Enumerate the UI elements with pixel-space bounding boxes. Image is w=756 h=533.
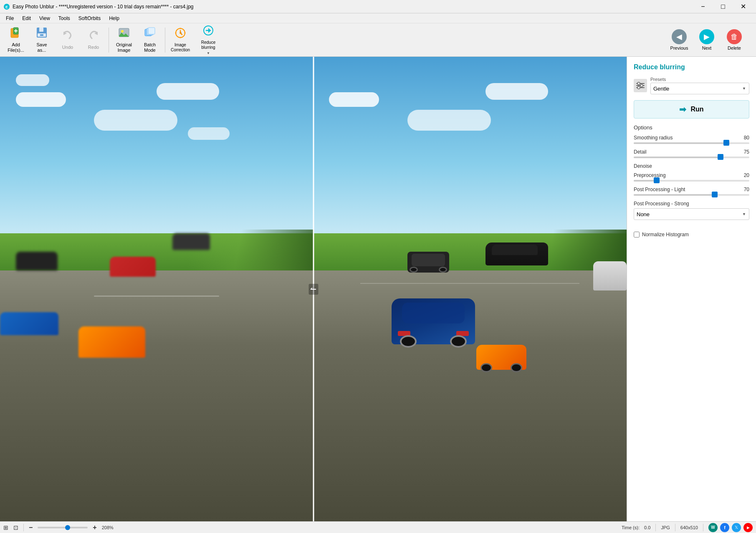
undo-button[interactable]: Undo — [55, 25, 80, 55]
website-icon[interactable]: W — [708, 523, 718, 532]
undo-label: Undo — [62, 45, 73, 50]
maximize-button[interactable]: □ — [713, 0, 733, 13]
previous-button[interactable]: ◀ Previous — [666, 25, 693, 55]
track-line-r — [360, 283, 579, 284]
post-strong-param: Post Processing - Strong None Light Medi… — [634, 201, 749, 225]
close-button[interactable]: ✕ — [733, 0, 753, 13]
presets-label: Presets — [650, 77, 749, 82]
previous-label: Previous — [670, 45, 688, 51]
batch-mode-button[interactable]: BatchMode — [137, 25, 162, 55]
svg-point-19 — [180, 28, 181, 29]
window-controls[interactable]: − □ ✕ — [693, 0, 753, 13]
post-strong-dropdown-wrapper[interactable]: None Light Medium Strong — [634, 208, 749, 220]
detail-fill — [634, 157, 721, 158]
image-left-panel — [0, 57, 314, 521]
cloud-r3 — [485, 83, 548, 100]
presets-select[interactable]: Gentle Medium Strong Custom — [650, 83, 749, 94]
run-button[interactable]: ➡ Run — [634, 100, 749, 119]
track-line-left — [94, 296, 219, 297]
normalize-checkbox[interactable] — [634, 232, 640, 237]
detail-thumb[interactable] — [718, 154, 723, 160]
normalize-label[interactable]: Normalize Histogram — [642, 232, 689, 237]
post-light-param: Post Processing - Light 70 — [634, 187, 749, 196]
image-right-panel — [314, 57, 627, 521]
normalize-histogram-row: Normalize Histogram — [634, 232, 749, 237]
menu-help[interactable]: Help — [105, 15, 124, 22]
image-correction-button[interactable]: ImageCorrection — [168, 25, 193, 55]
menu-tools[interactable]: Tools — [54, 15, 74, 22]
preprocessing-param: Preprocessing 20 — [634, 172, 749, 182]
save-as-button[interactable]: Saveas... — [29, 25, 54, 55]
dimensions-label: 640x510 — [680, 525, 698, 530]
svg-rect-16 — [148, 28, 155, 34]
menu-edit[interactable]: Edit — [18, 15, 35, 22]
smoothing-radius-value: 80 — [744, 135, 749, 141]
save-as-label: Saveas... — [36, 42, 47, 53]
split-arrow: ↼ — [308, 284, 318, 295]
status-sep-3 — [675, 524, 675, 531]
post-light-thumb[interactable] — [712, 192, 718, 197]
svg-point-30 — [640, 84, 643, 87]
preprocessing-slider[interactable] — [634, 180, 749, 182]
menu-softorbits[interactable]: SoftOrbits — [74, 15, 105, 22]
zoom-minus-button[interactable]: − — [29, 524, 33, 531]
zoom-actual-icon[interactable]: ⊡ — [13, 524, 18, 531]
time-label-text: Time (s): — [622, 525, 640, 530]
menu-file[interactable]: File — [2, 15, 18, 22]
right-panel: Reduce blurring Presets Gentle M — [627, 57, 756, 521]
redo-button[interactable]: Redo — [81, 25, 106, 55]
facebook-icon[interactable]: f — [720, 523, 729, 532]
preprocessing-label: Preprocessing — [634, 172, 666, 178]
toolbar-sep-2 — [165, 28, 165, 53]
menu-view[interactable]: View — [35, 15, 54, 22]
next-button[interactable]: ▶ Next — [693, 25, 720, 55]
image-area[interactable]: ↼ — [0, 57, 627, 521]
delete-button[interactable]: 🗑 Delete — [721, 25, 748, 55]
preprocessing-thumb[interactable] — [654, 177, 660, 183]
youtube-icon[interactable]: ▶ — [743, 523, 753, 532]
status-bar: ⊞ ⊡ − + 208% Time (s): 0.0 JPG 640x510 W… — [0, 521, 756, 533]
svg-rect-9 — [40, 34, 43, 36]
split-view: ↼ — [0, 57, 627, 521]
smoothing-radius-slider[interactable] — [634, 142, 749, 144]
zoom-fit-icon[interactable]: ⊞ — [3, 524, 8, 531]
reduce-blurring-dropdown-arrow: ▼ — [207, 51, 210, 55]
smoothing-radius-thumb[interactable] — [723, 140, 729, 146]
image-correction-icon — [174, 27, 186, 41]
zoom-thumb[interactable] — [65, 525, 70, 530]
add-file-button[interactable]: AddFile(s)... — [3, 25, 28, 55]
svg-point-22 — [185, 33, 186, 34]
original-image-button[interactable]: OriginalImage — [111, 25, 137, 55]
svg-point-18 — [180, 32, 181, 34]
zoom-slider-container[interactable] — [38, 527, 88, 528]
minimize-button[interactable]: − — [693, 0, 713, 13]
zoom-plus-button[interactable]: + — [93, 524, 96, 531]
zoom-slider[interactable] — [38, 527, 88, 528]
run-label: Run — [690, 106, 703, 113]
original-image-label: OriginalImage — [116, 42, 132, 53]
smoothing-radius-param: Smoothing radius 80 — [634, 135, 749, 144]
svg-point-29 — [637, 82, 640, 85]
run-arrow-icon: ➡ — [679, 104, 686, 114]
reduce-blurring-button[interactable]: Reduceblurring ▼ — [194, 25, 223, 55]
smoothing-radius-label: Smoothing radius — [634, 135, 673, 141]
twitter-icon[interactable]: 𝕏 — [732, 523, 741, 532]
batch-mode-icon — [144, 27, 156, 41]
status-sep-4 — [703, 524, 703, 531]
add-file-icon — [10, 27, 22, 41]
denoise-label: Denoise — [634, 163, 749, 169]
status-sep-2 — [655, 524, 656, 531]
post-strong-select[interactable]: None Light Medium Strong — [634, 208, 749, 220]
presets-select-wrapper[interactable]: Gentle Medium Strong Custom — [650, 83, 749, 94]
car-sharp-buggy — [407, 252, 449, 273]
cloud-1 — [16, 92, 66, 107]
svg-point-21 — [175, 33, 177, 34]
post-light-slider[interactable] — [634, 194, 749, 196]
track-left — [0, 270, 314, 521]
presets-dropdown-container: Presets Gentle Medium Strong Custom — [650, 77, 749, 94]
reduce-blurring-label: Reduceblurring — [201, 40, 215, 50]
post-light-fill — [634, 194, 715, 196]
delete-icon: 🗑 — [727, 29, 742, 44]
svg-text:E: E — [5, 5, 8, 9]
detail-slider[interactable] — [634, 157, 749, 158]
